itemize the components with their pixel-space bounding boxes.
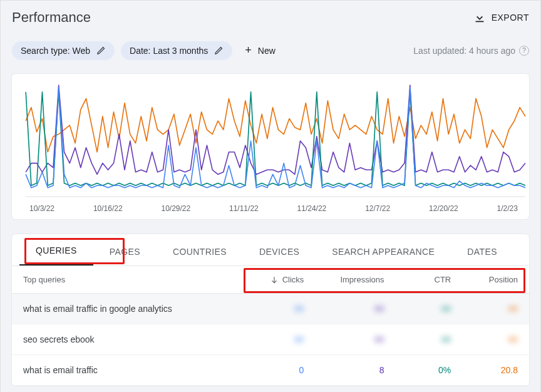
clicks-cell: 00 [237,334,304,344]
x-tick: 12/20/22 [429,204,458,213]
table-header-clicks-label: Clicks [282,275,304,284]
filter-chip-search-type[interactable]: Search type: Web [12,41,115,60]
tab-countries[interactable]: COUNTRIES [157,235,243,266]
x-tick: 1/2/23 [497,204,518,213]
position-cell: 00 [451,334,518,344]
query-cell: what is email traffic in google analytic… [23,304,237,314]
export-button[interactable]: EXPORT [473,11,529,24]
x-tick: 11/24/22 [297,204,327,213]
tab-devices[interactable]: DEVICES [243,235,316,266]
table-row[interactable]: seo secrets ebook00000000 [12,324,529,355]
x-tick: 10/29/22 [161,204,190,213]
table-header-row: Top queries Clicks Impressions CTR Posit… [12,266,529,294]
queries-table-card: QUERIESPAGESCOUNTRIESDEVICESSEARCH APPEA… [12,234,529,386]
download-icon [473,11,487,24]
help-icon[interactable]: ? [519,46,529,56]
ctr-cell: 00 [384,304,451,314]
tab-dates[interactable]: DATES [451,235,513,266]
query-cell: what is email traffic [23,365,237,375]
ctr-cell: 0% [384,365,451,375]
page-title: Performance [12,9,91,26]
pencil-icon [214,46,224,55]
position-cell: 20.8 [451,365,518,375]
table-header-queries[interactable]: Top queries [23,275,237,284]
performance-chart-card: 10/3/2210/16/2210/29/2211/11/2211/24/221… [12,74,529,219]
arrow-down-icon [270,276,279,284]
pencil-icon [96,46,106,55]
chart-x-axis: 10/3/2210/16/2210/29/2211/11/2211/24/221… [12,200,529,214]
table-header-position[interactable]: Position [451,275,518,284]
table-body: what is email traffic in google analytic… [12,294,529,386]
tab-pages[interactable]: PAGES [93,235,157,266]
table-header-impressions[interactable]: Impressions [304,275,384,284]
tabs-row: QUERIESPAGESCOUNTRIESDEVICESSEARCH APPEA… [12,234,529,266]
plus-icon: + [245,44,252,57]
last-updated-value: Last updated: 4 hours ago [413,46,515,56]
x-tick: 12/7/22 [365,204,390,213]
table-row[interactable]: what is email traffic in google analytic… [12,294,529,324]
table-row[interactable]: what is email traffic080%20.8 [12,355,529,386]
export-label: EXPORT [492,13,529,23]
tab-queries[interactable]: QUERIES [19,234,93,266]
filter-chip-search-type-label: Search type: Web [21,46,90,56]
clicks-cell: 00 [237,304,304,314]
table-header-ctr[interactable]: CTR [384,275,451,284]
last-updated-text: Last updated: 4 hours ago ? [413,46,529,56]
add-filter-label: New [258,46,276,56]
clicks-cell: 0 [237,365,304,375]
x-tick: 11/11/22 [229,204,259,213]
x-tick: 10/16/22 [93,204,123,213]
tab-search-appearance[interactable]: SEARCH APPEARANCE [316,235,451,266]
query-cell: seo secrets ebook [23,334,237,344]
ctr-cell: 00 [384,334,451,344]
filter-chip-date[interactable]: Date: Last 3 months [121,41,232,60]
table-header-clicks[interactable]: Clicks [237,275,304,284]
position-cell: 00 [451,304,518,314]
add-filter-button[interactable]: + New [239,39,282,61]
filter-chip-date-label: Date: Last 3 months [130,46,208,56]
impressions-cell: 00 [304,334,384,344]
x-tick: 10/3/22 [29,204,54,213]
impressions-cell: 8 [304,365,384,375]
performance-chart[interactable] [12,81,529,200]
impressions-cell: 00 [304,304,384,314]
